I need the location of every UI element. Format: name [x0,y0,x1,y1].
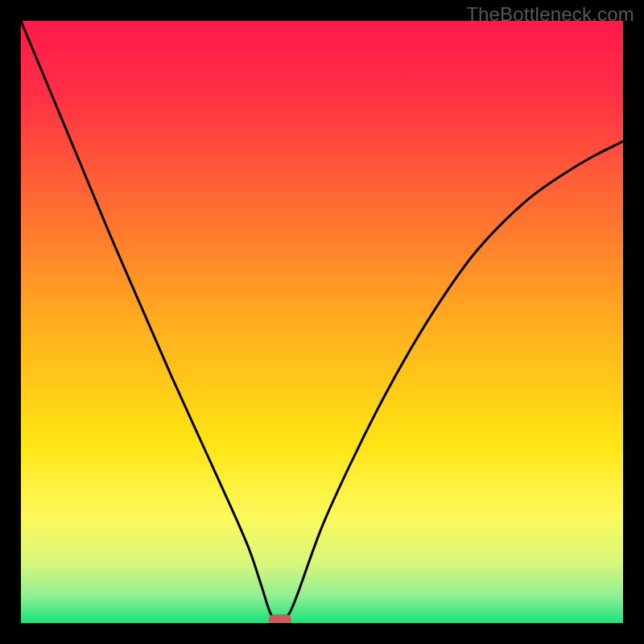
chart-svg [21,21,623,623]
chart-plot-area [21,21,623,623]
optimal-marker [269,614,291,623]
chart-frame: TheBottleneck.com [0,0,644,644]
chart-background [21,21,623,623]
